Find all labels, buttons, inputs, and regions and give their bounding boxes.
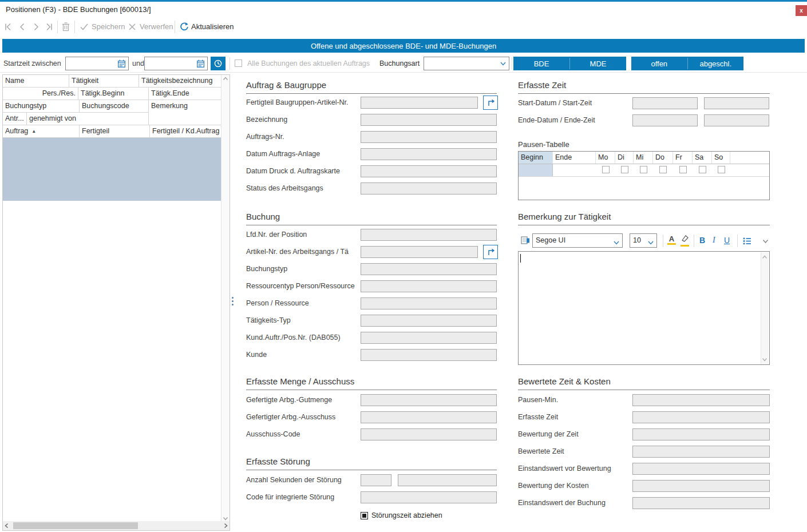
- di-checkbox-cell[interactable]: [615, 164, 634, 176]
- pause-table[interactable]: Beginn Ende Mo Di Mi Do Fr Sa So: [518, 151, 770, 200]
- font-color-button[interactable]: A: [667, 235, 676, 245]
- column-header[interactable]: Mo: [596, 152, 615, 164]
- do-checkbox-cell[interactable]: [653, 164, 673, 176]
- column-header[interactable]: Antr...: [3, 113, 27, 125]
- column-header[interactable]: Pers./Res.: [3, 88, 78, 100]
- refresh-icon[interactable]: [179, 22, 189, 32]
- auftrags-nr-input[interactable]: [361, 131, 497, 143]
- bde-button[interactable]: BDE: [513, 57, 569, 70]
- scrollbar-thumb[interactable]: [13, 522, 138, 529]
- bde-mde-toggle[interactable]: BDE MDE: [513, 57, 626, 70]
- column-header[interactable]: Ende: [553, 152, 596, 164]
- column-header[interactable]: Sa: [693, 152, 712, 164]
- end-date-input[interactable]: [144, 57, 208, 70]
- delete-icon[interactable]: [61, 22, 71, 32]
- text-module-icon[interactable]: [520, 235, 531, 246]
- calendar-icon[interactable]: [117, 59, 126, 71]
- ende-datum-input[interactable]: [632, 114, 698, 126]
- bullet-list-button[interactable]: [742, 236, 752, 246]
- einstandswert-buchung-input[interactable]: [632, 497, 770, 509]
- horizontal-scrollbar[interactable]: [3, 521, 230, 530]
- scroll-right-icon[interactable]: [221, 522, 230, 530]
- start-datum-input[interactable]: [632, 97, 698, 109]
- booking-type-select[interactable]: [424, 57, 509, 70]
- lfdnr-input[interactable]: [361, 229, 497, 241]
- open-button[interactable]: offen: [631, 57, 687, 70]
- start-zeit-input[interactable]: [704, 97, 769, 109]
- erfasste-zeit-input[interactable]: [632, 411, 770, 423]
- scroll-up-icon[interactable]: [221, 75, 230, 83]
- so-checkbox-cell[interactable]: [712, 164, 730, 176]
- more-options-button[interactable]: [761, 237, 769, 245]
- bewertete-zeit-input[interactable]: [632, 446, 770, 458]
- column-header[interactable]: Tätigk.Ende: [149, 88, 221, 100]
- vertical-scrollbar[interactable]: [221, 75, 230, 522]
- refresh-button[interactable]: Aktualisieren: [191, 22, 234, 31]
- column-header[interactable]: genehmigt von: [27, 113, 149, 125]
- all-bookings-checkbox[interactable]: [235, 59, 242, 67]
- person-ressource-input[interactable]: [361, 297, 497, 309]
- column-header-sorted[interactable]: Auftrag▲: [3, 125, 80, 138]
- kundauftr-posnr-input[interactable]: [361, 332, 497, 344]
- stoerungszeit-checkbox[interactable]: [361, 512, 368, 519]
- stoerung-code-input[interactable]: [361, 491, 497, 503]
- di-checkbox[interactable]: [621, 166, 628, 173]
- stoerung-sekunden-detail-input[interactable]: [398, 474, 497, 486]
- grid-header-row[interactable]: Antr... genehmigt von: [3, 113, 221, 125]
- bold-button[interactable]: B: [699, 235, 705, 245]
- column-header[interactable]: Buchungscode: [80, 100, 149, 113]
- buchungstyp-input[interactable]: [361, 263, 497, 275]
- mi-checkbox-cell[interactable]: [634, 164, 653, 176]
- grid-header-row[interactable]: Pers./Res. Tätigk.Beginn Tätigk.Ende: [3, 88, 221, 100]
- save-button[interactable]: Speichern: [92, 22, 125, 31]
- column-header[interactable]: Fertigteil: [80, 125, 150, 138]
- taetigkeits-typ-input[interactable]: [361, 315, 497, 327]
- column-header[interactable]: Beginn: [519, 152, 553, 164]
- last-record-button[interactable]: [43, 22, 54, 32]
- ausschuss-input[interactable]: [361, 411, 497, 423]
- pause-table-row[interactable]: [519, 164, 769, 177]
- close-button[interactable]: x: [796, 5, 807, 16]
- scroll-up-icon[interactable]: [761, 253, 769, 261]
- bewertung-kosten-input[interactable]: [632, 480, 770, 492]
- einstandswert-vor-input[interactable]: [632, 463, 770, 475]
- underline-button[interactable]: U: [724, 235, 730, 245]
- previous-record-button[interactable]: [17, 22, 27, 32]
- pausen-min-input[interactable]: [632, 394, 770, 406]
- datum-druck-input[interactable]: [361, 165, 497, 177]
- column-header[interactable]: Fr: [673, 152, 693, 164]
- discard-button[interactable]: Verwerfen: [140, 22, 173, 31]
- mde-button[interactable]: MDE: [570, 57, 626, 70]
- datum-anlage-input[interactable]: [361, 148, 497, 160]
- column-header[interactable]: Do: [653, 152, 673, 164]
- ressourcentyp-input[interactable]: [361, 280, 497, 292]
- column-header[interactable]: Mi: [634, 152, 653, 164]
- font-size-select[interactable]: 10: [630, 233, 657, 248]
- splitter-handle[interactable]: [232, 297, 234, 305]
- selected-empty-row[interactable]: [3, 138, 221, 201]
- scroll-left-icon[interactable]: [3, 522, 11, 530]
- ende-zeit-input[interactable]: [704, 114, 769, 126]
- open-closed-toggle[interactable]: offen abgeschl.: [631, 57, 743, 70]
- do-checkbox[interactable]: [659, 166, 667, 173]
- artikel-arbeitsgang-input[interactable]: [361, 246, 478, 258]
- ende-cell[interactable]: [553, 164, 596, 176]
- column-header[interactable]: Fertigteil / Kd.Auftrag: [150, 125, 221, 138]
- column-header[interactable]: Di: [615, 152, 634, 164]
- closed-button[interactable]: abgeschl.: [688, 57, 744, 70]
- sa-checkbox-cell[interactable]: [693, 164, 712, 176]
- bewertung-zeit-input[interactable]: [632, 428, 770, 440]
- mi-checkbox[interactable]: [640, 166, 647, 173]
- scroll-down-icon[interactable]: [761, 355, 769, 363]
- status-arbeitsgang-input[interactable]: [361, 182, 497, 194]
- column-header[interactable]: Tätigkeit: [69, 75, 139, 88]
- time-filter-button[interactable]: [211, 57, 226, 70]
- grid-header-row[interactable]: Name Tätigkeit Tätigkeitsbezeichnung: [3, 75, 221, 88]
- note-textarea[interactable]: [518, 251, 770, 365]
- column-header[interactable]: So: [712, 152, 730, 164]
- grid-header-row[interactable]: Buchungstyp Buchungscode Bemerkung: [3, 100, 221, 113]
- first-record-button[interactable]: [3, 22, 14, 32]
- mo-checkbox[interactable]: [602, 166, 610, 173]
- column-header[interactable]: Name: [3, 75, 69, 88]
- textarea-scrollbar[interactable]: [761, 252, 769, 364]
